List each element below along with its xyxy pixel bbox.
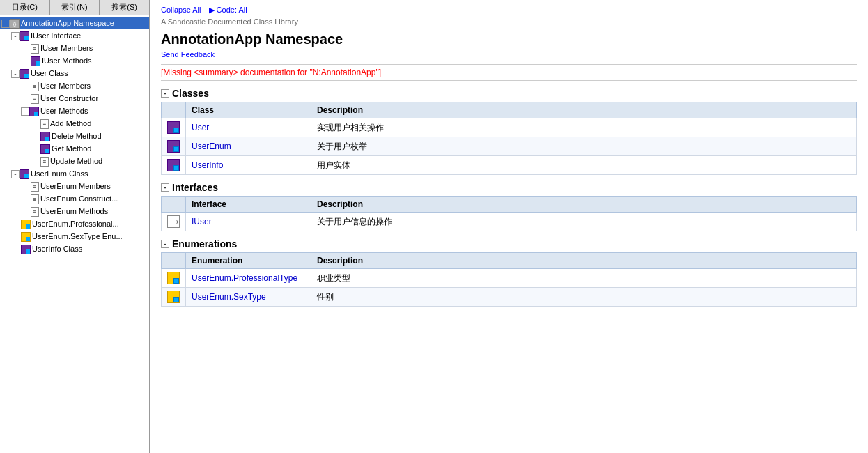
tree-item-label: IUser Methods <box>42 56 92 65</box>
class-row-desc: 用户实体 <box>311 156 857 175</box>
collapse-btn[interactable]: - <box>11 70 20 78</box>
tree-item-label: User Members <box>40 82 91 90</box>
tree-item-label: IUser Interface <box>31 31 81 40</box>
tree-item-label: Update Method <box>50 157 102 165</box>
classes-class-col: Class <box>186 102 311 118</box>
table-row: User 实现用户相关操作 <box>162 118 857 137</box>
enum-row-desc: 职业类型 <box>311 269 857 288</box>
interface-row-name[interactable]: IUser <box>186 213 311 231</box>
tree-item-get-method[interactable]: Get Method <box>0 142 149 155</box>
enum-icon <box>21 231 32 241</box>
tree-item-iuser-methods[interactable]: IUser Methods <box>0 54 149 67</box>
library-subtitle: A Sandcastle Documented Class Library <box>161 17 857 26</box>
enumerations-table: Enumeration Description UserEnum.Profess… <box>161 252 857 307</box>
tree-item-iuser-interface[interactable]: -IUser Interface <box>0 29 149 42</box>
table-row: UserInfo 用户实体 <box>162 156 857 175</box>
tree-item-userenum-class[interactable]: -UserEnum Class <box>0 167 149 180</box>
send-feedback-link[interactable]: Send Feedback <box>161 50 215 59</box>
document-icon: ≡ <box>40 156 50 166</box>
tab-bar: 目录(C) 索引(N) 搜索(S) <box>0 0 149 15</box>
document-icon: ≡ <box>31 206 40 216</box>
tree-item-label: UserEnum Class <box>31 169 88 178</box>
enum-row-name[interactable]: UserEnum.ProfessionalType <box>186 269 311 288</box>
tree-item-label: AnnotationApp Namespace <box>21 19 114 27</box>
class-icon <box>40 131 52 141</box>
tree-item-label: UserEnum Members <box>40 182 111 190</box>
tab-index[interactable]: 索引(N) <box>50 0 100 15</box>
classes-table: Class Description User 实现用户相关操作 UserEnum… <box>161 102 857 175</box>
left-panel: 目录(C) 索引(N) 搜索(S) -{}AnnotationApp Names… <box>0 0 150 453</box>
tree-item-label: IUser Members <box>40 44 93 52</box>
class-row-name[interactable]: UserInfo <box>186 156 311 175</box>
document-icon: ≡ <box>31 93 40 103</box>
tree-item-userinfo-class[interactable]: UserInfo Class <box>0 243 149 255</box>
tree-item-userenum-methods[interactable]: ≡UserEnum Methods <box>0 205 149 217</box>
tree-item-userenum-members[interactable]: ≡UserEnum Members <box>0 180 149 192</box>
collapse-btn[interactable]: - <box>11 32 20 40</box>
enumerations-section-title: Enumerations <box>172 238 237 249</box>
missing-doc-notice: [Missing <summary> documentation for "N:… <box>161 64 857 81</box>
right-panel: Collapse All ▶ Code: All A Sandcastle Do… <box>150 0 868 453</box>
enum-row-icon <box>162 288 186 307</box>
tree-item-userenum-professional[interactable]: UserEnum.Professional... <box>0 217 149 230</box>
tab-search[interactable]: 搜索(S) <box>100 0 149 15</box>
document-icon: ≡ <box>40 118 50 128</box>
document-icon: ≡ <box>31 181 40 191</box>
class-row-name[interactable]: UserEnum <box>186 137 311 156</box>
class-icon <box>20 68 31 78</box>
tree-item-user-members[interactable]: ≡User Members <box>0 79 149 92</box>
document-icon: ≡ <box>31 194 40 204</box>
interfaces-interface-col: Interface <box>186 197 311 213</box>
enumerations-section-header: - Enumerations <box>161 238 857 249</box>
class-row-desc: 关于用户枚举 <box>311 137 857 156</box>
tree-item-label: UserEnum.SexType Enu... <box>32 232 123 240</box>
interfaces-table: Interface Description ⟶ IUser 关于用户信息的操作 <box>161 196 857 231</box>
enumerations-collapse-btn[interactable]: - <box>161 240 169 248</box>
collapse-btn[interactable]: - <box>21 107 29 116</box>
namespace-icon: {} <box>10 18 21 28</box>
top-links: Collapse All ▶ Code: All <box>161 6 857 15</box>
feedback-section: Send Feedback <box>161 50 857 59</box>
document-icon: ≡ <box>31 81 40 91</box>
tree-item-label: User Class <box>31 69 68 77</box>
code-all-link[interactable]: ▶ Code: All <box>209 6 247 14</box>
tree-item-annotationapp-ns[interactable]: -{}AnnotationApp Namespace <box>0 17 149 29</box>
tree-item-userenum-construct[interactable]: ≡UserEnum Construct... <box>0 192 149 205</box>
tree-item-label: UserEnum.Professional... <box>32 220 119 228</box>
enum-row-icon <box>162 269 186 288</box>
enum-icon <box>21 219 32 229</box>
document-icon: ≡ <box>31 43 40 53</box>
interfaces-collapse-btn[interactable]: - <box>161 183 169 192</box>
class-icon <box>29 106 40 116</box>
enumerations-icon-col <box>162 253 186 269</box>
class-row-desc: 实现用户相关操作 <box>311 118 857 137</box>
class-row-icon <box>162 156 186 175</box>
enumerations-enum-col: Enumeration <box>186 253 311 269</box>
tree-item-user-methods[interactable]: -User Methods <box>0 105 149 117</box>
tab-contents[interactable]: 目录(C) <box>0 0 50 15</box>
classes-collapse-btn[interactable]: - <box>161 89 169 98</box>
tree-item-user-class[interactable]: -User Class <box>0 67 149 79</box>
classes-section-header: - Classes <box>161 88 857 99</box>
class-icon <box>20 31 31 40</box>
classes-icon-col <box>162 102 186 118</box>
tree-container: -{}AnnotationApp Namespace-IUser Interfa… <box>0 15 149 453</box>
tree-item-label: Get Method <box>52 144 91 153</box>
tree-item-add-method[interactable]: ≡Add Method <box>0 117 149 130</box>
page-title: AnnotationApp Namespace <box>161 31 857 47</box>
tree-item-update-method[interactable]: ≡Update Method <box>0 155 149 167</box>
classes-section-title: Classes <box>172 88 209 99</box>
tree-item-delete-method[interactable]: Delete Method <box>0 130 149 142</box>
collapse-btn[interactable]: - <box>1 20 10 28</box>
enum-row-name[interactable]: UserEnum.SexType <box>186 288 311 307</box>
content-area: Collapse All ▶ Code: All A Sandcastle Do… <box>150 0 868 319</box>
class-row-name[interactable]: User <box>186 118 311 137</box>
collapse-all-link[interactable]: Collapse All <box>161 6 201 14</box>
tree-item-iuser-members[interactable]: ≡IUser Members <box>0 42 149 54</box>
tree-item-user-constructor[interactable]: ≡User Constructor <box>0 92 149 105</box>
class-icon <box>20 169 31 178</box>
collapse-btn[interactable]: - <box>11 170 20 178</box>
tree-item-userenum-sextype[interactable]: UserEnum.SexType Enu... <box>0 230 149 243</box>
tree-item-label: UserEnum Methods <box>40 207 108 215</box>
interfaces-icon-col <box>162 197 186 213</box>
